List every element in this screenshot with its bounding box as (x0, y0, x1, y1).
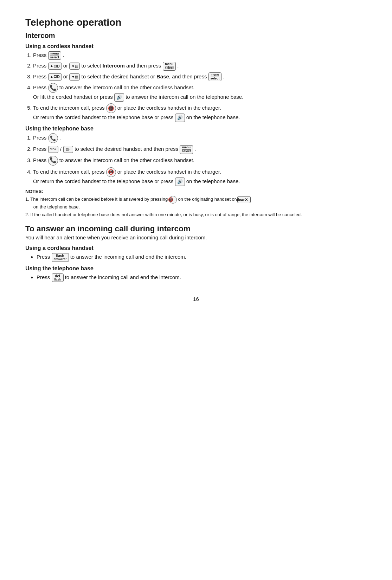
base-step2-period: . (194, 146, 196, 152)
step-1: Press menu select . (33, 51, 367, 60)
note2-text: 2. If the called handset or telephone ba… (25, 212, 302, 217)
note1-text1: 1. The intercom call can be canceled bef… (25, 197, 169, 202)
nav-down-btn-2: ▼▤ (69, 73, 80, 80)
step2-period: . (177, 63, 179, 69)
step2-to-select: to select Intercom and then press (82, 63, 163, 69)
base-incoming-list: Press del flash to answer the incoming c… (37, 273, 367, 282)
step2-press: Press (33, 63, 48, 69)
cordless-incoming-list: Press flash answerer to answer the incom… (37, 253, 367, 262)
phone-answer-btn-2: 📞 (48, 156, 58, 166)
base-step4-text3: on the telephone base. (186, 178, 240, 184)
end-call-btn-note: 📵 (169, 196, 177, 204)
note1-text3: on the telephone base. (30, 204, 80, 210)
step3-period: . (223, 73, 224, 79)
step3-or: or (63, 73, 70, 79)
incoming-press-1: Press (37, 254, 52, 260)
note1-text2: on the originating handset or (178, 197, 237, 202)
step3-text: to select the desired handset or Base, a… (82, 73, 208, 79)
incoming-intro: You will hear an alert tone when you rec… (25, 233, 367, 241)
end-call-btn-2: 📵 (106, 167, 116, 177)
cid-plus-btn: CID+ (48, 146, 58, 153)
speaker-btn-1: 🔊 (114, 93, 124, 102)
menu-select-btn-2: menu select (163, 62, 176, 71)
base-step3-text: to answer the intercom call on the other… (59, 157, 194, 163)
page-title: Telephone operation (25, 17, 367, 28)
base-steps-list: Press 📞 . Press CID+ / ▤− to select the … (33, 133, 367, 186)
menu-select-btn-1: menu select (48, 51, 62, 60)
base-step-2: Press CID+ / ▤− to select the desired ha… (33, 145, 367, 154)
base-step1-period: . (59, 135, 61, 141)
step-2: Press ▲CID or ▼▤ to select Intercom and … (33, 62, 367, 70)
speaker-btn-2: 🔊 (175, 114, 185, 122)
step4-press: Press (33, 84, 48, 90)
step4-text2: to answer the intercom call on the telep… (126, 94, 243, 100)
end-call-btn-1: 📵 (106, 103, 116, 113)
base-heading: Using the telephone base (25, 125, 367, 132)
step2-or: or (63, 63, 70, 69)
menu-select-btn-3: menu select (208, 72, 222, 81)
cordless-steps-list: Press menu select . Press ▲CID or ▼▤ to … (33, 51, 367, 122)
menu-select-btn-4: menu select (180, 145, 193, 154)
cordless-incoming-item: Press flash answerer to answer the incom… (37, 253, 367, 262)
step5-text3: on the telephone base. (186, 114, 240, 120)
section2-container: To answer an incoming call during interc… (25, 224, 367, 282)
base-step3-press: Press (33, 157, 48, 163)
cordless-handset-heading: Using a cordless handset (25, 43, 367, 50)
step-3: Press ▲CID or ▼▤ to select the desired h… (33, 72, 367, 81)
note-1: 1. The intercom call can be canceled bef… (30, 196, 367, 211)
step1-press: Press (33, 52, 48, 58)
nav-down-btn-1: ▼▤ (69, 63, 80, 70)
step5-text1: To end the intercom call, press (33, 105, 106, 111)
flash-answerer-btn: flash answerer (52, 253, 69, 262)
cid-up-btn-2: ▲CID (48, 73, 62, 80)
note-2: 2. If the called handset or telephone ba… (30, 211, 367, 218)
intercom-heading: Intercom (25, 32, 367, 40)
phone-base-btn: 📞 (48, 133, 58, 143)
step-5: To end the intercom call, press 📵 or pla… (33, 103, 367, 122)
base-step-4: To end the intercom call, press 📵 or pla… (33, 167, 367, 186)
cordless-handset-heading-2: Using a cordless handset (25, 245, 367, 251)
incoming-text-2: to answer the incoming call and end the … (65, 274, 181, 280)
page-number: 16 (25, 296, 367, 302)
incoming-call-heading: To answer an incoming call during interc… (25, 224, 367, 233)
step3-press: Press (33, 73, 48, 79)
base-step4-text1: To end the intercom call, press (33, 169, 106, 175)
base-step-3: Press 📞 to answer the intercom call on t… (33, 156, 367, 166)
notes-section: NOTES: 1. The intercom call can be cance… (25, 188, 367, 218)
step-4: Press 📞 to answer the intercom call on t… (33, 83, 367, 102)
incoming-text-1: to answer the incoming call and end the … (70, 254, 186, 260)
base-step2-text: to select the desired handset and then p… (75, 146, 180, 152)
incoming-press-2: Press (37, 274, 52, 280)
base-incoming-item: Press del flash to answer the incoming c… (37, 273, 367, 282)
phone-answer-btn-1: 📞 (48, 83, 58, 93)
base-step2-press: Press (33, 146, 48, 152)
clear-btn-note: clear✕ (237, 196, 251, 204)
base-step-1: Press 📞 . (33, 133, 367, 143)
nav-minus-btn: ▤− (63, 146, 73, 153)
step1-period: . (63, 52, 64, 58)
speaker-btn-3: 🔊 (175, 178, 185, 186)
base-heading-2: Using the telephone base (25, 265, 367, 272)
slash-separator: / (60, 147, 62, 152)
cid-up-btn-1: ▲CID (48, 63, 62, 70)
del-flash-btn: del flash (52, 273, 64, 282)
notes-label: NOTES: (30, 188, 367, 195)
page-container: Telephone operation Intercom Using a cor… (25, 17, 367, 302)
base-step1-press: Press (33, 135, 48, 141)
